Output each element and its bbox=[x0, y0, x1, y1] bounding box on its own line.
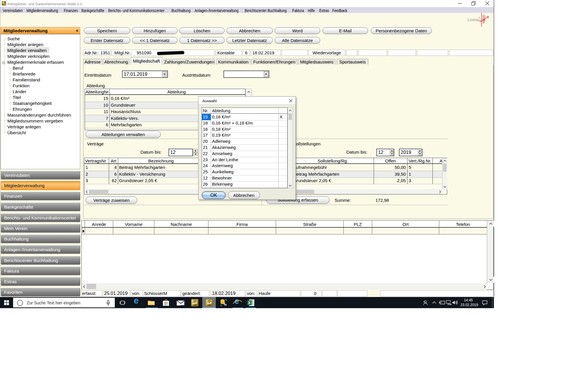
svg-text:X: X bbox=[248, 301, 250, 305]
